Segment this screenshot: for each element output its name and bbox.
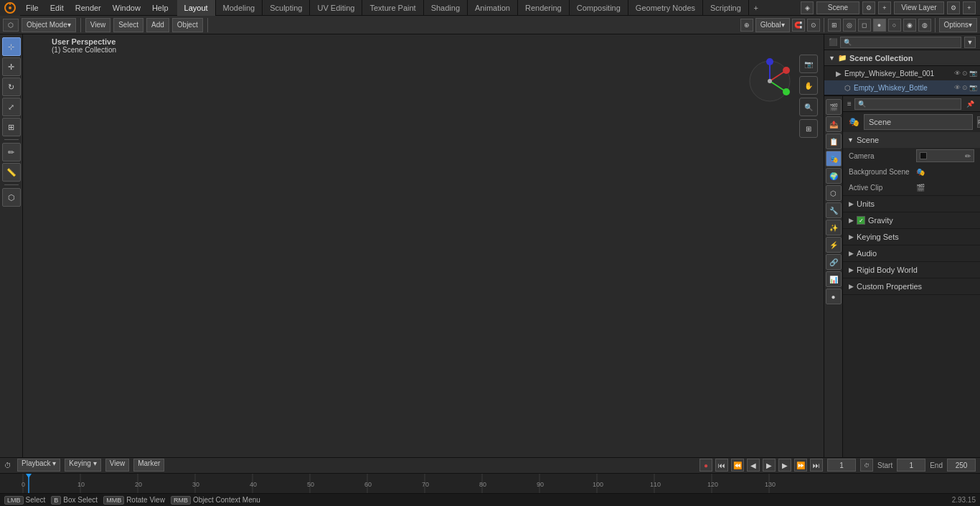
background-scene-value[interactable]: 🎭 [916,168,974,176]
current-frame-input[interactable] [827,459,856,472]
show-gizmo[interactable]: ⊞ [828,19,841,32]
prop-tab-material[interactable]: ● [826,289,842,304]
snap-icon[interactable]: 🧲 [792,19,805,32]
viewport-camera-btn[interactable]: 📷 [799,55,818,73]
timecode-icon[interactable]: ⏱ [860,459,873,472]
viewport-hand-btn[interactable]: ✋ [799,76,818,95]
tab-layout[interactable]: Layout [177,0,216,16]
gravity-header[interactable]: ▶ ✓ Gravity [843,212,980,228]
audio-header[interactable]: ▶ Audio [843,245,980,261]
prev-keyframe-button[interactable]: ⏮ [715,459,728,472]
prop-tab-view-layer[interactable]: 📋 [826,133,842,149]
next-keyframe-button[interactable]: ⏭ [810,459,823,472]
tab-sculpting[interactable]: Sculpting [263,0,310,16]
select-visibility-icon[interactable]: ⊙ [962,70,968,77]
tool-move[interactable]: ✛ [2,57,21,76]
end-frame-input[interactable] [947,459,976,472]
tab-modeling[interactable]: Modeling [216,0,263,16]
step-forward-button[interactable]: ▶ [778,459,791,472]
tree-item-whiskey-bottle[interactable]: ⬡ Empty_Whiskey_Bottle 👁 ⊙ 📷 [824,80,980,95]
tool-transform[interactable]: ⊞ [2,118,21,136]
start-frame-input[interactable] [897,459,925,472]
active-clip-value[interactable]: 🎬 [916,184,974,192]
options-button[interactable]: Options ▾ [939,18,977,32]
engine-icon[interactable]: ◈ [801,1,814,14]
prop-tab-physics[interactable]: ⚡ [826,237,842,253]
menu-window[interactable]: Window [107,0,146,16]
tab-rendering[interactable]: Rendering [518,0,570,16]
menu-render[interactable]: Render [70,0,107,16]
tree-item-whiskey-bottle-001[interactable]: ▶ Empty_Whiskey_Bottle_001 👁 ⊙ 📷 [824,66,980,80]
prop-tab-particles[interactable]: ✨ [826,220,842,235]
tab-texture-paint[interactable]: Texture Paint [362,0,423,16]
proportional-edit[interactable]: ⊙ [807,19,820,32]
tool-annotate[interactable]: ✏ [2,143,21,161]
view-menu[interactable]: View [85,18,111,32]
mode-select[interactable]: Object Mode ▾ [22,18,76,32]
prop-tab-world[interactable]: 🌍 [826,168,842,184]
shading-material[interactable]: ◍ [918,19,931,32]
view-layer-icon[interactable]: ⚙ [947,1,960,14]
outliner-search[interactable]: 🔍 [840,37,961,48]
tab-animation[interactable]: Animation [468,0,518,16]
jump-backward-button[interactable]: ⏪ [731,459,744,472]
shading-wireframe[interactable]: ○ [888,19,901,32]
transform-pivot[interactable]: ⊕ [740,19,753,32]
scene-fake-user[interactable]: F [977,116,980,128]
prop-tab-output[interactable]: 📤 [826,116,842,132]
scene-section-header[interactable]: ▼ Scene [843,132,980,148]
viewport-overlay[interactable]: ◎ [843,19,856,32]
keying-sets-header[interactable]: ▶ Keying Sets [843,229,980,245]
scene-name-input[interactable] [864,114,973,130]
add-workspace-button[interactable]: + [749,0,763,16]
select-menu[interactable]: Select [113,18,143,32]
add-menu[interactable]: Add [146,18,169,32]
menu-help[interactable]: Help [146,0,174,16]
playback-menu[interactable]: Playback ▾ [17,459,60,472]
viewport-visibility-icon[interactable]: 👁 [954,70,961,77]
prop-tab-object[interactable]: ⬡ [826,185,842,201]
view-menu-timeline[interactable]: View [105,459,130,472]
view-layer-selector[interactable]: View Layer [894,1,944,14]
gravity-checkbox[interactable]: ✓ [857,216,865,225]
viewport-shading-icon[interactable]: ⬡ [3,19,19,32]
shading-solid[interactable]: ● [873,19,886,32]
tool-add-cube[interactable]: ⬡ [2,188,21,207]
record-button[interactable]: ● [699,459,712,472]
prop-search[interactable]: 🔍 [854,98,961,110]
tab-shading[interactable]: Shading [424,0,468,16]
prop-tab-render[interactable]: 🎬 [826,99,842,115]
prop-tab-scene[interactable]: 🎭 [826,151,842,167]
xray-mode[interactable]: ◻ [858,19,871,32]
prop-tab-constraints[interactable]: 🔗 [826,254,842,270]
camera-edit-icon[interactable]: ✏ [965,152,971,160]
viewport[interactable]: User Perspective (1) Scene Collection 📷 … [23,34,824,470]
tool-measure[interactable]: 📏 [2,163,21,182]
child-select-icon[interactable]: ⊙ [962,84,968,91]
menu-edit[interactable]: Edit [44,0,70,16]
marker-menu[interactable]: Marker [133,459,164,472]
tool-cursor[interactable]: ⊹ [2,37,21,56]
units-header[interactable]: ▶ Units [843,196,980,212]
tab-geometry-nodes[interactable]: Geometry Nodes [628,0,703,16]
scene-add[interactable]: + [878,1,891,14]
custom-props-header[interactable]: ▶ Custom Properties [843,278,980,294]
tool-scale[interactable]: ⤢ [2,98,21,116]
tab-uv-editing[interactable]: UV Editing [310,0,362,16]
blender-logo[interactable] [0,0,20,16]
play-button[interactable]: ▶ [763,459,776,472]
tool-rotate[interactable]: ↻ [2,78,21,96]
viewport-zoom-btn[interactable]: 🔍 [799,98,818,116]
prop-tab-data[interactable]: 📊 [826,271,842,287]
view-layer-add[interactable]: + [963,1,976,14]
child-viewport-icon[interactable]: 👁 [954,84,961,91]
scene-icon[interactable]: ⚙ [862,1,875,14]
timeline-ruler[interactable]: 0 10 20 30 40 50 60 70 80 90 100 110 120… [0,474,980,493]
jump-forward-button[interactable]: ⏩ [794,459,807,472]
viewport-gizmo[interactable]: X Y Z [745,56,795,106]
scene-selector[interactable]: Scene [816,1,859,14]
viewport-fullscreen-btn[interactable]: ⊞ [799,119,818,138]
outliner-filter[interactable]: ▼ [964,37,976,48]
prop-pin[interactable]: 📌 [964,98,976,110]
rigid-body-world-header[interactable]: ▶ Rigid Body World [843,262,980,278]
